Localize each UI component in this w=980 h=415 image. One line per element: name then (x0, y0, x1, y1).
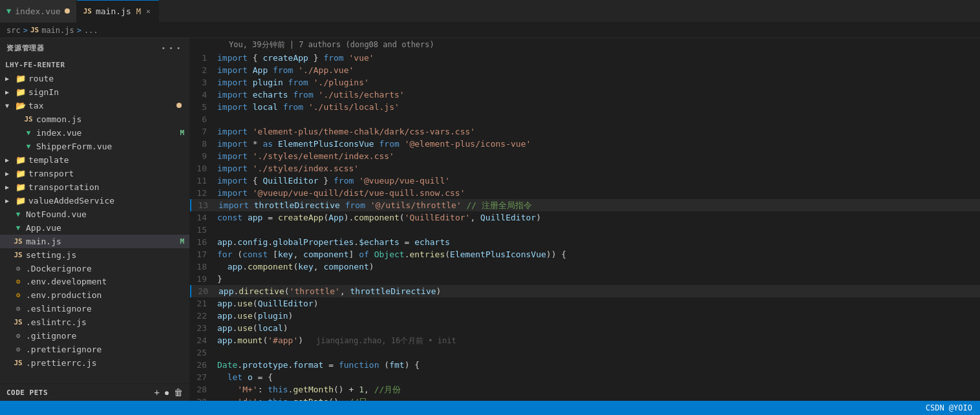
line-content: app.use(plugin) (217, 310, 980, 322)
sidebar-item-template[interactable]: ▶ 📁 template (0, 153, 189, 167)
env-file-icon: ⚙ (13, 290, 23, 301)
sidebar-item-gitignore[interactable]: ⚙ .gitignore (0, 329, 189, 343)
js-file-icon: JS (13, 236, 23, 246)
sidebar-item-dockerignore[interactable]: ⚙ .Dockerignore (0, 262, 189, 275)
item-label: main.js (26, 237, 177, 246)
line-content: import local from './utils/local.js' (217, 101, 980, 113)
item-label: .prettierignore (26, 345, 184, 354)
tab-label: main.js (96, 6, 131, 16)
code-line-10: 10 import './styles/index.scss' (190, 162, 980, 175)
vue-file-icon: ▼ (13, 209, 23, 219)
item-label: ShipperForm.vue (36, 142, 184, 151)
line-number: 8 (190, 139, 217, 149)
folder-icon: 📁 (16, 155, 26, 165)
sidebar-item-shipperform[interactable]: ▼ ShipperForm.vue (0, 140, 189, 153)
line-number: 19 (190, 274, 217, 284)
code-line-8: 8 import * as ElementPlusIconsVue from '… (190, 138, 980, 150)
code-line-1: 1 import { createApp } from 'vue' (190, 52, 980, 64)
line-content: 'M+': this.getMonth() + 1, //月份 (217, 383, 980, 396)
sidebar-item-settingjs[interactable]: JS setting.js (0, 248, 189, 262)
code-line-15: 15 (190, 224, 980, 236)
status-bar-label: CSDN @YOIO (926, 403, 972, 412)
sidebar-item-route[interactable]: ▶ 📁 route (0, 72, 189, 85)
line-number: 27 (190, 372, 217, 382)
sidebar-item-envprod[interactable]: ⚙ .env.production (0, 288, 189, 302)
line-number: 23 (190, 323, 217, 333)
folder-icon: 📁 (16, 87, 26, 97)
sidebar-item-mainjs[interactable]: JS main.js M (0, 235, 189, 248)
status-bar: CSDN @YOIO (0, 401, 980, 415)
tab-index-vue[interactable]: ▼ index.vue (0, 0, 77, 23)
modified-dot (176, 103, 182, 108)
sidebar-item-envdev[interactable]: ⚙ .env.development (0, 275, 189, 289)
item-label: common.js (36, 114, 184, 124)
line-content: app.use(local) (217, 322, 980, 334)
bottom-panel: CODE PETS + ● 🗑 (0, 383, 189, 401)
line-content: import { createApp } from 'vue' (217, 52, 980, 64)
line-content: import * as ElementPlusIconsVue from '@e… (217, 138, 980, 150)
sidebar-item-transportation[interactable]: ▶ 📁 transportation (0, 180, 189, 194)
item-label: route (28, 74, 184, 83)
breadcrumb-src: src (6, 26, 21, 35)
ignore-file-icon: ⚙ (13, 331, 23, 341)
js-file-icon: JS (13, 358, 23, 368)
sidebar-item-notfound[interactable]: ▼ NotFound.vue (0, 208, 189, 221)
line-number: 22 (190, 311, 217, 321)
line-content: import throttleDirective from '@/utils/t… (218, 199, 980, 211)
folder-icon: 📁 (16, 169, 26, 178)
code-line-28: 28 'M+': this.getMonth() + 1, //月份 (190, 383, 980, 396)
line-number: 10 (190, 164, 217, 173)
item-label: signIn (28, 87, 184, 97)
breadcrumb-sep2: > (77, 26, 81, 35)
item-label: tax (28, 101, 174, 111)
code-line-17: 17 for (const [key, component] of Object… (190, 248, 980, 261)
code-container[interactable]: 1 import { createApp } from 'vue' 2 impo… (190, 52, 980, 401)
code-line-5: 5 import local from './utils/local.js' (190, 101, 980, 113)
line-content: app.use(QuillEditor) (217, 297, 980, 310)
vue-icon: ▼ (6, 6, 11, 16)
sidebar-item-signIn[interactable]: ▶ 📁 signIn (0, 85, 189, 99)
more-button[interactable]: ··· (160, 42, 183, 54)
sidebar-item-indexvue[interactable]: ▼ index.vue M (0, 126, 189, 140)
code-line-11: 11 import { QuillEditor } from '@vueup/v… (190, 175, 980, 187)
sidebar-item-eslintignore[interactable]: ⚙ .eslintignore (0, 302, 189, 315)
vue-file-icon: ▼ (13, 222, 23, 233)
line-number: 21 (190, 299, 217, 308)
tab-modified-dot (65, 8, 70, 14)
line-number: 24 (190, 335, 217, 345)
line-number: 26 (190, 360, 217, 370)
code-pets-label: CODE PETS (6, 388, 48, 397)
code-line-9: 9 import './styles/element/index.css' (190, 150, 980, 162)
add-button[interactable]: + (154, 387, 160, 398)
modified-badge: M (180, 129, 184, 137)
sidebar-item-prettierrc[interactable]: JS .prettierrc.js (0, 356, 189, 370)
arrow-icon: ▼ (5, 102, 13, 109)
line-number: 3 (190, 78, 217, 87)
item-label: setting.js (26, 250, 184, 260)
tab-main-js[interactable]: JS main.js M ✕ (77, 0, 159, 23)
sidebar-item-transport[interactable]: ▶ 📁 transport (0, 167, 189, 180)
code-line-29: 29 'd+': this.getDate(), //日 (190, 396, 980, 401)
ignore-file-icon: ⚙ (13, 304, 23, 314)
sidebar-item-prettierignore[interactable]: ⚙ .prettierignore (0, 343, 189, 356)
sidebar-item-appvue[interactable]: ▼ App.vue (0, 221, 189, 235)
line-number: 1 (190, 53, 217, 63)
dot-button[interactable]: ● (165, 389, 169, 396)
tab-label: index.vue (15, 6, 60, 16)
ignore-file-icon: ⚙ (13, 263, 23, 273)
line-number: 6 (190, 114, 217, 124)
code-line-14: 14 const app = createApp(App).component(… (190, 211, 980, 224)
sidebar-item-eslintrc[interactable]: JS .eslintrc.js (0, 315, 189, 329)
trash-button[interactable]: 🗑 (174, 387, 183, 398)
code-line-21: 21 app.use(QuillEditor) (190, 297, 980, 310)
item-label: index.vue (36, 128, 177, 138)
folder-icon: 📂 (16, 101, 26, 111)
sidebar-item-valueAddedService[interactable]: ▶ 📁 valueAddedService (0, 194, 189, 208)
code-line-12: 12 import '@vueup/vue-quill/dist/vue-qui… (190, 187, 980, 199)
close-icon[interactable]: ✕ (145, 6, 152, 16)
sidebar-item-commonjs[interactable]: JS common.js (0, 112, 189, 126)
sidebar-item-tax[interactable]: ▼ 📂 tax (0, 99, 189, 112)
editor-area: You, 39分钟前 | 7 authors (dong08 and other… (190, 38, 980, 401)
line-number: 5 (190, 102, 217, 112)
line-content: import plugin from './plugins' (217, 76, 980, 89)
